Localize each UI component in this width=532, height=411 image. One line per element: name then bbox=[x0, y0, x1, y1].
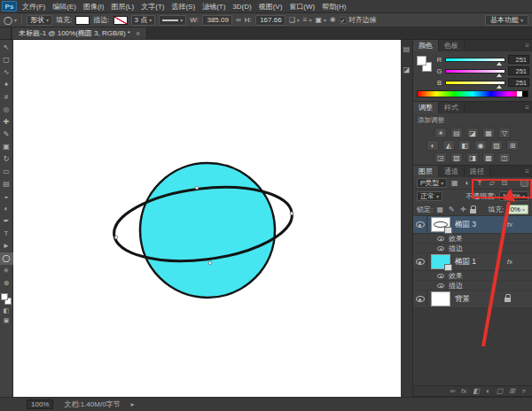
color-tab-0[interactable]: 颜色 bbox=[413, 40, 439, 51]
slider-thumb-icon[interactable] bbox=[497, 85, 502, 89]
panel-menu-icon[interactable]: ≡ bbox=[525, 40, 532, 51]
tool-crop[interactable]: # bbox=[0, 91, 13, 104]
document-tab[interactable]: 未标题-1 @ 100%(椭圆 3, RGB/8) * × bbox=[12, 27, 147, 39]
panel-menu-icon[interactable]: ≡ bbox=[525, 166, 532, 177]
color-balance-icon[interactable]: ◭ bbox=[442, 140, 455, 151]
tool-path-selection[interactable]: ► bbox=[0, 240, 13, 252]
tool-hand[interactable]: ✳ bbox=[0, 265, 13, 277]
menu-item-0[interactable]: 文件(F) bbox=[19, 0, 49, 12]
anchor-point[interactable] bbox=[290, 212, 293, 215]
tool-blur[interactable]: ◒ bbox=[0, 190, 13, 203]
stroke-width-input[interactable]: 3 点▾ bbox=[131, 15, 156, 26]
tool-eraser[interactable]: ▭ bbox=[0, 166, 13, 178]
tool-lasso[interactable]: ∿ bbox=[0, 66, 13, 79]
tool-quick-selection[interactable]: ✦ bbox=[0, 79, 13, 91]
layers-tab-0[interactable]: 图层 bbox=[413, 166, 439, 177]
color-spectrum-bar[interactable] bbox=[417, 90, 528, 97]
exposure-icon[interactable]: ▦ bbox=[482, 128, 495, 138]
new-layer-icon[interactable]: ⊞ bbox=[509, 387, 515, 395]
new-group-icon[interactable]: ▢ bbox=[497, 387, 504, 395]
channel-mixer-icon[interactable]: ▨ bbox=[490, 140, 503, 151]
tool-dodge[interactable]: ◐ bbox=[0, 203, 13, 215]
stroke-style-select[interactable]: ▾ bbox=[159, 15, 186, 26]
tool-gradient[interactable]: ▤ bbox=[0, 178, 13, 190]
channel-value-R[interactable]: 251 bbox=[508, 55, 529, 64]
menu-item-2[interactable]: 图像(I) bbox=[80, 0, 108, 12]
filter-adjustment-layers-icon[interactable]: ◐ bbox=[462, 179, 472, 187]
anchor-point[interactable] bbox=[195, 186, 199, 190]
layer-thumbnail[interactable] bbox=[431, 217, 450, 232]
tool-brush[interactable]: ✎ bbox=[0, 128, 13, 141]
layer-style-row-0-0[interactable]: 效果 bbox=[413, 234, 532, 244]
layers-tab-2[interactable]: 路径 bbox=[465, 166, 490, 177]
zoom-level-input[interactable]: 100% bbox=[27, 399, 53, 409]
channel-slider-G[interactable] bbox=[445, 69, 505, 74]
filter-type-layers-icon[interactable]: T bbox=[474, 179, 484, 187]
link-layers-icon[interactable]: ∞ bbox=[450, 387, 455, 395]
invert-icon[interactable]: ◲ bbox=[434, 152, 447, 163]
layers-tab-1[interactable]: 通道 bbox=[439, 166, 465, 177]
visibility-eye-icon[interactable] bbox=[437, 236, 444, 240]
tool-preset-icon[interactable]: ◯▾ bbox=[4, 16, 17, 25]
lock-transparent-pixels-icon[interactable]: ▦ bbox=[435, 206, 444, 213]
tool-ellipse-shape[interactable]: ◯ bbox=[0, 252, 13, 265]
color-lookup-icon[interactable]: ⊞ bbox=[506, 140, 519, 151]
filter-toggle-icon[interactable] bbox=[520, 179, 528, 187]
tool-rect-marquee[interactable]: ▢ bbox=[0, 54, 13, 66]
menu-item-4[interactable]: 文字(T) bbox=[137, 0, 168, 12]
channel-slider-B[interactable] bbox=[445, 81, 505, 85]
path-operations-icon[interactable]: ❏▾ bbox=[289, 16, 300, 24]
visibility-eye-icon[interactable] bbox=[437, 245, 444, 250]
stroke-color-swatch[interactable] bbox=[113, 16, 128, 25]
levels-icon[interactable]: ▤ bbox=[450, 128, 463, 138]
tool-eyedropper[interactable]: ◎ bbox=[0, 104, 13, 116]
quick-mask-icon[interactable]: ◧ bbox=[0, 306, 13, 315]
photo-filter-icon[interactable]: ◉ bbox=[474, 140, 487, 151]
filter-shape-layers-icon[interactable]: ▱ bbox=[487, 179, 497, 187]
black-white-icon[interactable]: ◧ bbox=[458, 140, 471, 151]
color-tab-1[interactable]: 色板 bbox=[439, 40, 465, 51]
visibility-eye-icon[interactable] bbox=[416, 296, 425, 302]
panel-collapse-stub[interactable] bbox=[0, 27, 12, 39]
layer-fx-icon[interactable]: fx bbox=[507, 258, 512, 266]
opacity-input[interactable]: 100%▾ bbox=[499, 191, 528, 201]
workspace-switcher[interactable]: 基本功能▾ bbox=[485, 15, 528, 26]
vibrance-icon[interactable]: ▽ bbox=[498, 128, 511, 138]
adjustments-tab-0[interactable]: 调整 bbox=[413, 102, 439, 113]
gear-icon[interactable]: ❋ bbox=[330, 16, 336, 24]
visibility-eye-icon[interactable] bbox=[416, 221, 425, 228]
add-layer-style-icon[interactable]: fx bbox=[461, 387, 466, 395]
status-popup-arrow[interactable]: ▸ bbox=[131, 400, 135, 408]
tool-type[interactable]: T bbox=[0, 228, 13, 240]
history-panel-icon[interactable]: ▤ bbox=[403, 45, 411, 53]
properties-panel-icon[interactable]: ◪ bbox=[403, 66, 411, 74]
layer-row-1[interactable]: 椭圆 1fx bbox=[413, 253, 532, 271]
threshold-icon[interactable]: ◨ bbox=[466, 152, 479, 163]
visibility-eye-icon[interactable] bbox=[416, 259, 425, 265]
filter-smart-objects-icon[interactable]: ⊡ bbox=[499, 179, 509, 187]
layer-thumbnail[interactable] bbox=[431, 291, 450, 306]
layer-style-row-0-1[interactable]: 描边 bbox=[413, 244, 532, 253]
lock-position-icon[interactable]: ✛ bbox=[458, 206, 467, 213]
layer-filter-select[interactable]: P类型▾ bbox=[417, 178, 447, 188]
menu-item-1[interactable]: 编辑(E) bbox=[49, 0, 80, 12]
gradient-map-icon[interactable]: ▩ bbox=[482, 152, 495, 163]
menu-item-3[interactable]: 图层(L) bbox=[107, 0, 137, 12]
panel-menu-icon[interactable]: ≡ bbox=[525, 102, 532, 113]
tool-pen[interactable]: ✒ bbox=[0, 215, 13, 228]
tool-clone-stamp[interactable]: ▣ bbox=[0, 141, 13, 153]
link-dimensions-icon[interactable]: ∞ bbox=[236, 16, 241, 24]
delete-layer-icon[interactable]: ▿ bbox=[521, 387, 525, 395]
fill-input[interactable]: 0%▾ bbox=[506, 205, 528, 214]
filter-pixel-layers-icon[interactable]: ▦ bbox=[450, 179, 459, 187]
path-alignment-icon[interactable]: ≡▾ bbox=[303, 16, 312, 24]
tool-history-brush[interactable]: ↻ bbox=[0, 153, 13, 166]
align-edges-checkbox[interactable]: ✓对齐边缘 bbox=[340, 15, 377, 25]
shape-height-input[interactable]: 167.66 bbox=[255, 15, 286, 26]
tool-mode-select[interactable]: 形状▾ bbox=[27, 15, 52, 26]
brightness-contrast-icon[interactable]: ☀ bbox=[434, 128, 447, 138]
spectrum-black-swatch[interactable] bbox=[522, 91, 528, 97]
path-arrangement-icon[interactable]: ▣▾ bbox=[316, 16, 327, 24]
hue-saturation-icon[interactable]: ◐ bbox=[426, 140, 439, 151]
menu-item-7[interactable]: 3D(D) bbox=[229, 0, 254, 12]
